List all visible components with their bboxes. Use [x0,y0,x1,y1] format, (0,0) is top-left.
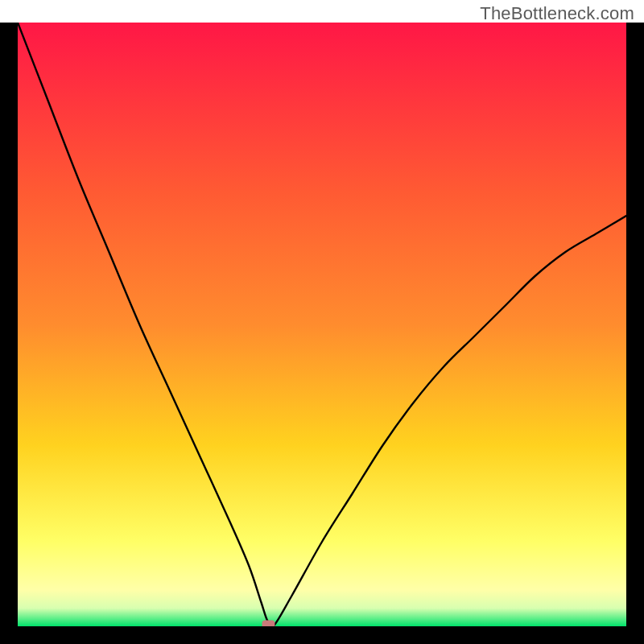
chart-background [18,23,626,626]
chart-frame [0,23,644,644]
chart-plot-area [18,23,626,626]
optimum-marker [262,621,275,627]
watermark-text: TheBottleneck.com [480,3,634,24]
chart-svg [18,23,626,626]
